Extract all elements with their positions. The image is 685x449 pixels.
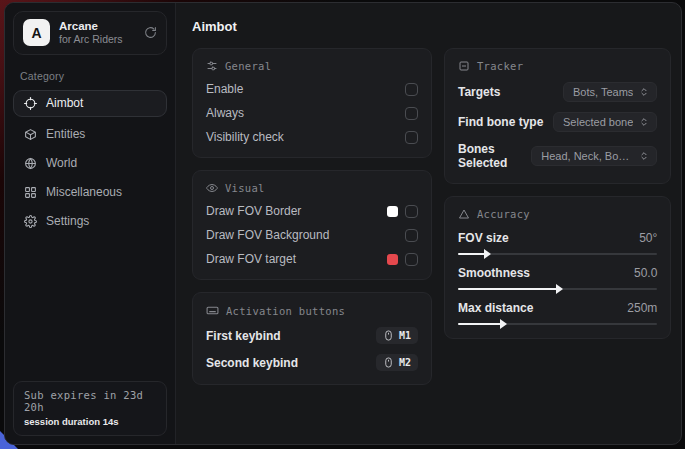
setting-label: Draw FOV target <box>206 252 296 266</box>
card-visual-title: Visual <box>206 182 418 194</box>
smoothness-slider[interactable] <box>458 288 657 290</box>
setting-row-fov-size: FOV size 50° <box>458 231 657 255</box>
card-tracker: Tracker Targets Bots, Teams Find bone ty… <box>444 48 671 184</box>
setting-row-draw-fov-target: Draw FOV target <box>206 252 418 266</box>
app-window: A Arcane for Arc Riders Category Aimbot … <box>4 2 682 445</box>
refresh-icon[interactable] <box>144 26 157 39</box>
card-visual: Visual Draw FOV Border Draw FOV Backgrou… <box>192 170 432 280</box>
subscription-expiry: Sub expires in 23d 20h <box>24 389 156 413</box>
targets-dropdown[interactable]: Bots, Teams <box>563 82 657 102</box>
fov-size-slider[interactable] <box>458 253 657 255</box>
setting-row-find-bone-type: Find bone type Selected bone <box>458 112 657 132</box>
slider-thumb[interactable] <box>484 249 491 259</box>
sidebar-item-label: Aimbot <box>46 96 83 110</box>
eye-icon <box>206 182 218 194</box>
subscription-box: Sub expires in 23d 20h session duration … <box>13 381 167 436</box>
setting-label: Targets <box>458 85 500 99</box>
slider-value: 50° <box>639 231 657 245</box>
find-bone-type-dropdown[interactable]: Selected bone <box>553 112 657 132</box>
setting-label: Bones Selected <box>458 142 531 170</box>
setting-row-targets: Targets Bots, Teams <box>458 82 657 102</box>
gear-icon <box>24 215 37 228</box>
sidebar-item-entities[interactable]: Entities <box>13 121 167 148</box>
setting-row-visibility-check: Visibility check <box>206 130 418 144</box>
session-duration: session duration 14s <box>24 416 156 427</box>
main-content: Aimbot General Enable Alw <box>176 3 682 444</box>
draw-fov-background-checkbox[interactable] <box>405 229 418 242</box>
draw-fov-target-checkbox[interactable] <box>405 253 418 266</box>
setting-label: Max distance <box>458 301 533 315</box>
setting-row-enable: Enable <box>206 82 418 96</box>
setting-label: Always <box>206 106 244 120</box>
bones-selected-dropdown[interactable]: Head, Neck, Body, Fe... <box>531 146 657 166</box>
setting-label: First keybind <box>206 329 281 343</box>
card-general: General Enable Always Visibility check <box>192 48 432 158</box>
sidebar-item-label: Miscellaneous <box>46 185 122 199</box>
setting-row-always: Always <box>206 106 418 120</box>
color-swatch-red[interactable] <box>387 254 398 265</box>
slider-value: 250m <box>627 301 657 315</box>
setting-label: Draw FOV Border <box>206 204 301 218</box>
setting-label: Second keybind <box>206 356 298 370</box>
color-swatch-white[interactable] <box>387 206 398 217</box>
max-distance-slider[interactable] <box>458 323 657 325</box>
sidebar-item-label: Settings <box>46 214 89 228</box>
sidebar-item-label: Entities <box>46 127 85 141</box>
page-title: Aimbot <box>192 19 671 34</box>
card-accuracy-title: Accuracy <box>458 208 657 220</box>
mouse-icon <box>383 357 394 368</box>
setting-row-second-keybind: Second keybind M2 <box>206 354 418 371</box>
setting-label: Find bone type <box>458 115 543 129</box>
app-logo: A <box>23 19 50 46</box>
sidebar-item-settings[interactable]: Settings <box>13 208 167 235</box>
grid-icon <box>24 186 37 199</box>
globe-icon <box>24 157 37 170</box>
chevrons-up-down-icon <box>639 117 649 127</box>
setting-row-draw-fov-background: Draw FOV Background <box>206 228 418 242</box>
visibility-check-checkbox[interactable] <box>405 131 418 144</box>
chevrons-up-down-icon <box>639 151 649 161</box>
setting-row-max-distance: Max distance 250m <box>458 301 657 325</box>
setting-label: Draw FOV Background <box>206 228 329 242</box>
sidebar-item-miscellaneous[interactable]: Miscellaneous <box>13 179 167 206</box>
sliders-icon <box>206 60 218 72</box>
first-keybind-button[interactable]: M1 <box>376 327 418 344</box>
mouse-icon <box>383 330 394 341</box>
sidebar-item-aimbot[interactable]: Aimbot <box>13 90 167 117</box>
second-keybind-button[interactable]: M2 <box>376 354 418 371</box>
setting-label: Visibility check <box>206 130 284 144</box>
setting-row-bones-selected: Bones Selected Head, Neck, Body, Fe... <box>458 142 657 170</box>
scan-icon <box>458 60 470 72</box>
sidebar-item-label: World <box>46 156 77 170</box>
delta-icon <box>458 208 470 220</box>
card-accuracy: Accuracy FOV size 50° <box>444 196 671 339</box>
brand-box: A Arcane for Arc Riders <box>13 11 167 55</box>
keyboard-icon <box>206 304 219 317</box>
brand-name: Arcane <box>59 19 135 33</box>
draw-fov-border-checkbox[interactable] <box>405 205 418 218</box>
setting-row-smoothness: Smoothness 50.0 <box>458 266 657 290</box>
slider-value: 50.0 <box>634 266 657 280</box>
setting-row-draw-fov-border: Draw FOV Border <box>206 204 418 218</box>
enable-checkbox[interactable] <box>405 83 418 96</box>
brand-text: Arcane for Arc Riders <box>59 19 135 47</box>
sidebar: A Arcane for Arc Riders Category Aimbot … <box>5 3 176 444</box>
card-tracker-title: Tracker <box>458 60 657 72</box>
chevrons-up-down-icon <box>639 87 649 97</box>
brand-subtitle: for Arc Riders <box>59 33 135 46</box>
setting-label: Smoothness <box>458 266 530 280</box>
sidebar-item-world[interactable]: World <box>13 150 167 177</box>
setting-label: Enable <box>206 82 243 96</box>
crosshair-icon <box>24 97 37 110</box>
setting-row-first-keybind: First keybind M1 <box>206 327 418 344</box>
box-icon <box>24 128 37 141</box>
card-activation-buttons: Activation buttons First keybind M1 Seco… <box>192 292 432 385</box>
card-activation-title: Activation buttons <box>206 304 418 317</box>
always-checkbox[interactable] <box>405 107 418 120</box>
setting-label: FOV size <box>458 231 509 245</box>
slider-thumb[interactable] <box>556 284 563 294</box>
card-general-title: General <box>206 60 418 72</box>
category-label: Category <box>20 70 160 82</box>
slider-thumb[interactable] <box>500 319 507 329</box>
